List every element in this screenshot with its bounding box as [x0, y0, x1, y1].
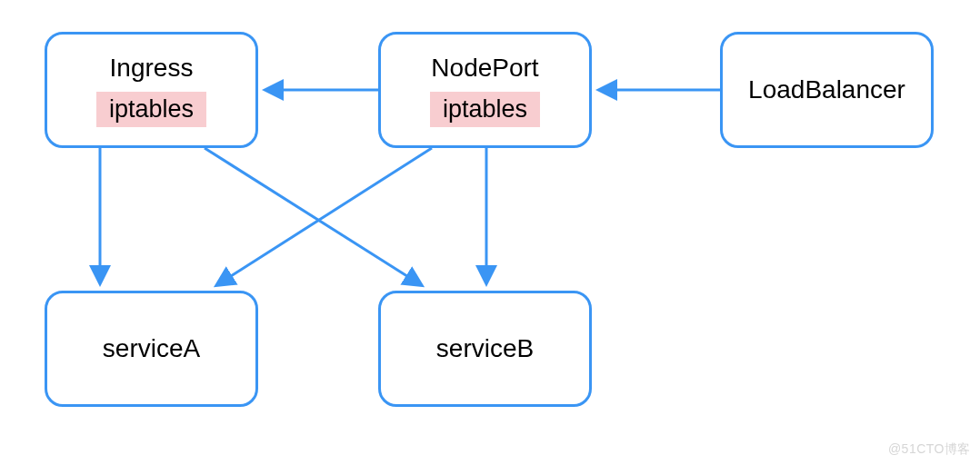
nodeport-node: NodePort iptables	[378, 32, 592, 148]
servicea-node: serviceA	[45, 291, 258, 407]
nodeport-title: NodePort	[431, 54, 538, 83]
loadbalancer-node: LoadBalancer	[720, 32, 934, 148]
ingress-badge: iptables	[96, 92, 206, 127]
edge-nodeport-servicea	[218, 148, 432, 284]
ingress-node: Ingress iptables	[45, 32, 258, 148]
watermark: @51CTO博客	[888, 441, 971, 458]
serviceb-title: serviceB	[436, 334, 534, 363]
edge-ingress-serviceb	[205, 148, 420, 284]
servicea-title: serviceA	[103, 334, 200, 363]
nodeport-badge: iptables	[430, 92, 540, 127]
serviceb-node: serviceB	[378, 291, 592, 407]
loadbalancer-title: LoadBalancer	[748, 75, 905, 104]
ingress-title: Ingress	[110, 54, 194, 83]
